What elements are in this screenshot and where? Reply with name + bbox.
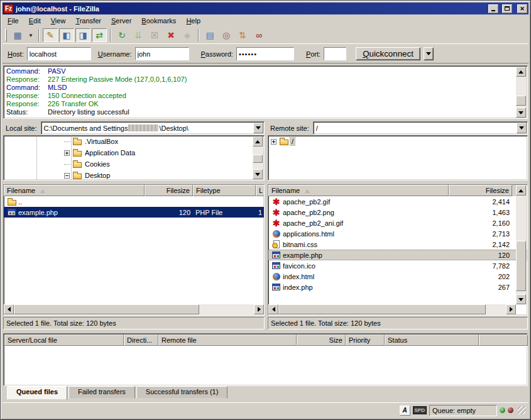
- data-type-icon[interactable]: A: [400, 406, 410, 416]
- toolbar-grip[interactable]: [5, 29, 7, 41]
- apache-icon: ✱: [271, 219, 282, 228]
- queue-col-blank[interactable]: [479, 334, 528, 346]
- local-col-l[interactable]: L: [256, 185, 265, 196]
- queue-col-status[interactable]: Status: [385, 334, 479, 346]
- tab-queued-files[interactable]: Queued files: [7, 386, 67, 400]
- tree-item-desktop[interactable]: Desktop: [4, 170, 264, 180]
- file-row[interactable]: applications.html2,713: [268, 228, 527, 239]
- queue-col-directi-[interactable]: Directi...: [124, 334, 158, 346]
- local-hscroll-thumb[interactable]: [14, 304, 199, 314]
- remote-col-filename[interactable]: Filename: [268, 185, 449, 196]
- remote-site-combo[interactable]: /: [313, 121, 528, 135]
- queue-col-server-local-file[interactable]: Server/Local file: [4, 334, 124, 346]
- tree-connector: [64, 164, 72, 165]
- menu-item-server[interactable]: Server: [106, 16, 136, 26]
- tree-expander-plus[interactable]: [64, 150, 70, 156]
- local-status-text: Selected 1 file. Total size: 120 bytes: [3, 317, 265, 329]
- menu-item-bookmarks[interactable]: Bookmarks: [136, 16, 181, 26]
- remote-vscrollbar[interactable]: [516, 185, 527, 304]
- local-col-filename[interactable]: Filename: [4, 185, 145, 196]
- file-row[interactable]: example.php120PHP File1: [4, 207, 264, 218]
- file-row[interactable]: index.php267: [268, 282, 527, 292]
- remote-scroll-up[interactable]: [516, 185, 526, 196]
- menu-item-view[interactable]: View: [46, 16, 71, 26]
- toggle-remote-tree-button[interactable]: ◨: [75, 28, 90, 42]
- local-tree-scrollbar[interactable]: [253, 136, 263, 179]
- local-col-filesize[interactable]: Filesize: [145, 185, 193, 196]
- quickconnect-dropdown[interactable]: [424, 47, 434, 60]
- local-scroll-left[interactable]: [4, 304, 14, 314]
- find-button[interactable]: ∞: [251, 28, 266, 42]
- site-manager-dropdown-button[interactable]: ▼: [26, 28, 35, 42]
- log-message: 227 Entering Passive Mode (127,0,0,1,6,1…: [48, 75, 187, 84]
- remote-hscrollbar[interactable]: [268, 304, 516, 315]
- file-row[interactable]: ✱apache_pb2.png1,463: [268, 207, 527, 218]
- tab-failed-transfers[interactable]: Failed transfers: [68, 386, 135, 399]
- log-scroll-thumb[interactable]: [516, 96, 526, 106]
- remote-vscroll-thumb[interactable]: [516, 241, 526, 291]
- titlebar[interactable]: Fz john@localhost - FileZilla ✕: [3, 3, 528, 14]
- tree-item--virtualbox[interactable]: .VirtualBox: [4, 136, 264, 147]
- compare-button[interactable]: ◎: [219, 28, 234, 42]
- tree-item-application-data[interactable]: Application Data: [4, 147, 264, 158]
- resize-grip[interactable]: [518, 406, 526, 414]
- file-row[interactable]: ✱apache_pb2.gif2,414: [268, 196, 527, 207]
- local-site-combo[interactable]: C:\Documents and Settings\Desktop\: [41, 121, 265, 135]
- quickconnect-button[interactable]: Quickconnect: [356, 47, 420, 60]
- column-label: Filename: [271, 187, 300, 194]
- close-button[interactable]: ✕: [517, 4, 527, 13]
- remote-col-filesize[interactable]: Filesize: [449, 185, 512, 196]
- queue-col-remote-file[interactable]: Remote file: [158, 334, 297, 346]
- toggle-message-log-button[interactable]: ✎: [43, 28, 58, 42]
- local-tree-scroll-up[interactable]: [253, 136, 263, 146]
- local-scroll-right[interactable]: [254, 304, 264, 314]
- menu-item-edit[interactable]: Edit: [24, 16, 46, 26]
- password-input[interactable]: [237, 48, 293, 60]
- menu-item-file[interactable]: File: [3, 16, 24, 26]
- host-input[interactable]: [28, 48, 90, 60]
- file-row[interactable]: favicon.ico7,782: [268, 260, 527, 271]
- remote-scroll-left[interactable]: [268, 304, 278, 314]
- log-scroll-up[interactable]: [516, 67, 526, 77]
- local-site-dropdown[interactable]: [253, 123, 263, 133]
- local-hscrollbar[interactable]: [4, 304, 264, 315]
- local-col-filetype[interactable]: Filetype: [193, 185, 256, 196]
- queue-col-priority[interactable]: Priority: [346, 334, 385, 346]
- menu-item-transfer[interactable]: Transfer: [70, 16, 106, 26]
- tree-item-cookies[interactable]: Cookies: [4, 158, 264, 170]
- process-queue-button: ⇊: [131, 28, 146, 42]
- tree-item--[interactable]: /: [268, 136, 527, 147]
- file-row[interactable]: example.php120: [268, 250, 527, 260]
- file-row[interactable]: index.html202: [268, 271, 527, 282]
- remote-scroll-down[interactable]: [516, 294, 526, 304]
- log-scrollbar[interactable]: [516, 67, 527, 118]
- toggle-local-tree-button[interactable]: ◧: [59, 28, 74, 42]
- queue-col-size[interactable]: Size: [297, 334, 346, 346]
- local-tree-scroll-down[interactable]: [253, 169, 263, 179]
- disconnect-button[interactable]: ✖: [163, 28, 178, 42]
- log-scroll-down[interactable]: [516, 108, 526, 118]
- message-log: Command:PASVResponse:227 Entering Passiv…: [3, 65, 528, 119]
- minimize-button[interactable]: [488, 4, 498, 13]
- port-input[interactable]: [324, 48, 346, 60]
- tree-expander-plus[interactable]: [271, 139, 276, 145]
- tree-expander-minus[interactable]: [64, 173, 70, 179]
- local-tree-scroll-thumb[interactable]: [253, 155, 263, 163]
- file-row[interactable]: ..: [4, 196, 264, 207]
- refresh-button[interactable]: ↻: [114, 28, 129, 42]
- speed-limits-icon[interactable]: SPD: [413, 406, 427, 414]
- column-label: Filetype: [196, 187, 221, 194]
- remote-hscroll-thumb[interactable]: [278, 304, 486, 314]
- maximize-button[interactable]: [502, 4, 512, 13]
- filter-button[interactable]: ▤: [202, 28, 217, 42]
- file-row[interactable]: ✱apache_pb2_ani.gif2,160: [268, 218, 527, 228]
- menu-item-help[interactable]: Help: [181, 16, 205, 26]
- file-row[interactable]: bitnami.css2,142: [268, 239, 527, 250]
- toggle-queue-button[interactable]: ⇄: [92, 28, 107, 42]
- remote-scroll-right[interactable]: [506, 304, 516, 314]
- username-input[interactable]: [136, 48, 189, 60]
- sync-browsing-button[interactable]: ⇅: [235, 28, 250, 42]
- tab-successful-transfers-1-[interactable]: Successful transfers (1): [136, 386, 228, 399]
- remote-site-dropdown[interactable]: [517, 123, 527, 133]
- site-manager-button[interactable]: ▦: [10, 28, 25, 42]
